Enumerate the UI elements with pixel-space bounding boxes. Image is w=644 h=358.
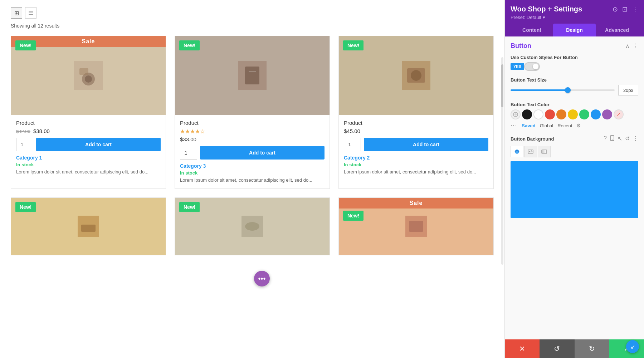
svg-rect-25 — [542, 150, 546, 153]
red-swatch[interactable] — [545, 109, 555, 119]
svg-point-20 — [612, 139, 613, 140]
new-badge: New! — [343, 40, 364, 50]
bg-type-tabs — [511, 146, 638, 157]
bg-undo-icon[interactable]: ↺ — [625, 135, 630, 142]
svg-rect-15 — [409, 221, 423, 232]
product-name: Product — [180, 120, 325, 126]
add-to-cart-button[interactable]: Add to cart — [200, 146, 325, 160]
section-header: Button ∧ ⋮ — [511, 42, 638, 50]
yellow-swatch[interactable] — [568, 109, 578, 119]
toggle-switch[interactable] — [524, 62, 540, 71]
color-saved-row: ··· Saved Global Recent ⚙ — [511, 122, 638, 129]
tab-design[interactable]: Design — [553, 24, 596, 36]
corner-navigate-icon[interactable]: ↙ — [626, 340, 639, 353]
product-price: $33.00 — [180, 136, 325, 142]
add-to-cart-row: Add to cart — [344, 138, 488, 151]
panel-header-top: Woo Shop + Settings ⊙ ⊡ ⋮ — [511, 5, 638, 13]
slider-fill — [511, 89, 568, 91]
section-title: Button — [511, 42, 531, 50]
section-more-icon[interactable]: ⋮ — [633, 43, 638, 49]
orange-swatch[interactable] — [556, 109, 566, 119]
black-swatch[interactable] — [522, 109, 532, 119]
quantity-input[interactable] — [16, 138, 33, 151]
floating-menu-button[interactable]: ••• — [254, 271, 270, 286]
more-options-icon[interactable]: ⋮ — [632, 5, 638, 13]
bg-color-preview[interactable] — [511, 161, 638, 218]
add-to-cart-button[interactable]: Add to cart — [364, 138, 488, 151]
preset-chevron[interactable]: ▾ — [543, 15, 545, 20]
bg-gradient-tab[interactable] — [538, 146, 551, 157]
more-colors-dots[interactable]: ··· — [511, 122, 517, 129]
panel-scrollbar-thumb[interactable] — [501, 64, 503, 107]
old-price: $42.00 — [16, 129, 30, 134]
target-icon[interactable]: ⊙ — [613, 5, 618, 13]
svg-point-9 — [411, 70, 421, 81]
purple-swatch[interactable] — [602, 109, 612, 119]
pencil-swatch[interactable] — [614, 109, 624, 119]
add-to-cart-button[interactable]: Add to cart — [36, 138, 161, 151]
slider-value[interactable]: 20px — [618, 85, 638, 95]
right-panel: Woo Shop + Settings ⊙ ⊡ ⋮ Preset: Defaul… — [504, 0, 644, 358]
category-link[interactable]: Category 2 — [344, 155, 488, 161]
quantity-input[interactable] — [344, 138, 361, 151]
global-option[interactable]: Global — [540, 123, 553, 128]
color-settings-icon[interactable]: ⚙ — [576, 123, 581, 128]
layout-icon[interactable]: ⊡ — [622, 5, 628, 13]
button-background-row: Button Background ? ↖ ↺ ⋮ — [511, 135, 638, 218]
eyedropper-swatch[interactable] — [511, 109, 521, 119]
grid-view-button[interactable]: ⊞ — [11, 7, 22, 19]
toggle-wrap: YES — [511, 62, 638, 71]
svg-rect-3 — [79, 68, 88, 75]
list-view-button[interactable]: ☰ — [25, 7, 36, 19]
product-price: $45.00 — [344, 128, 488, 134]
bg-image-tab[interactable] — [524, 146, 537, 157]
product-desc: Lorem ipsum dolor sit amet, consectetur … — [180, 177, 325, 183]
slider-track[interactable] — [511, 89, 615, 91]
price: $33.00 — [180, 136, 196, 142]
product-card: New! Product $45.00 Add to cart Category… — [338, 36, 494, 189]
bg-more-icon[interactable]: ⋮ — [633, 135, 638, 142]
svg-point-13 — [245, 222, 259, 231]
white-swatch[interactable] — [533, 109, 543, 119]
svg-line-18 — [620, 113, 620, 114]
recent-option[interactable]: Recent — [557, 123, 572, 128]
svg-point-2 — [85, 75, 92, 83]
svg-rect-5 — [245, 67, 259, 84]
bg-help-icon[interactable]: ? — [604, 135, 607, 142]
green-swatch[interactable] — [579, 109, 589, 119]
svg-point-23 — [531, 151, 532, 152]
product-desc: Lorem ipsum dolor sit amet, consectetur … — [16, 169, 161, 175]
category-link[interactable]: Category 3 — [180, 163, 325, 169]
bg-mobile-icon[interactable] — [610, 135, 615, 142]
bg-icons: ? ↖ ↺ ⋮ — [604, 135, 638, 142]
section-header-icons: ∧ ⋮ — [625, 43, 638, 49]
category-link[interactable]: Category 1 — [16, 155, 161, 161]
add-to-cart-row: Add to cart — [16, 138, 161, 151]
bg-cursor-icon[interactable]: ↖ — [618, 135, 622, 142]
tab-advanced[interactable]: Advanced — [596, 24, 638, 36]
color-swatches — [511, 109, 638, 119]
quantity-input[interactable] — [180, 146, 197, 160]
redo-button[interactable]: ↻ — [575, 339, 609, 358]
panel-header-icons: ⊙ ⊡ ⋮ — [613, 5, 638, 13]
tab-content[interactable]: Content — [511, 24, 553, 36]
new-badge: New! — [179, 40, 200, 50]
sale-badge: Sale — [339, 198, 493, 209]
product-name: Product — [16, 120, 161, 126]
main-content: ⊞ ☰ Showing all 12 results Sale New! — [0, 0, 504, 358]
cancel-button[interactable]: ✕ — [505, 339, 540, 358]
slider-thumb[interactable] — [565, 87, 571, 93]
price: $38.00 — [33, 128, 50, 134]
in-stock: In stock — [180, 170, 325, 176]
collapse-icon[interactable]: ∧ — [625, 43, 630, 49]
new-badge: New! — [15, 40, 36, 50]
product-image-wrap: New! — [11, 198, 166, 255]
svg-point-17 — [514, 113, 517, 116]
blue-swatch[interactable] — [591, 109, 601, 119]
panel-actions: ✕ ↺ ↻ ✓ — [505, 339, 644, 358]
price: $45.00 — [344, 128, 360, 134]
undo-button[interactable]: ↺ — [540, 339, 574, 358]
panel-header: Woo Shop + Settings ⊙ ⊡ ⋮ Preset: Defaul… — [505, 0, 644, 36]
saved-option[interactable]: Saved — [522, 123, 535, 128]
bg-color-tab[interactable] — [511, 146, 523, 157]
